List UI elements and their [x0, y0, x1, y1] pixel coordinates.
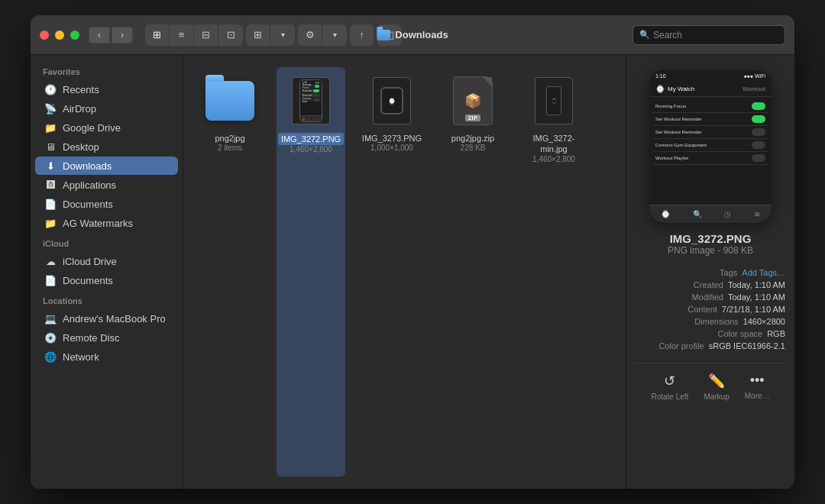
sidebar-item-label: Google Drive: [63, 122, 121, 134]
back-button[interactable]: ‹: [89, 27, 110, 44]
file-name: png2jpg: [215, 133, 244, 144]
search-bar[interactable]: 🔍 Search: [632, 25, 785, 45]
maximize-button[interactable]: [70, 31, 79, 40]
sidebar-item-desktop[interactable]: 🖥 Desktop: [35, 137, 178, 156]
preview-actions: ↺ Rotate Left ✏️ Markup ••• More…: [636, 373, 785, 401]
main-content: Favorites 🕐 Recents 📡 AirDrop 📁 Google D…: [31, 55, 794, 489]
sidebar-item-google-drive[interactable]: 📁 Google Drive: [35, 118, 178, 137]
window-title: Downloads: [395, 29, 448, 40]
titlebar-title: Downloads: [377, 29, 448, 40]
sidebar-item-label: Documents: [63, 199, 113, 210]
recents-icon: 🕐: [44, 83, 57, 95]
view-gallery-button[interactable]: ⊡: [218, 24, 243, 46]
phone-content: Running Focus Set Workout Reminder Set W…: [649, 97, 772, 205]
tab-face-gallery: ◷: [724, 210, 731, 218]
workout-row-3: Set Workout Reminder: [652, 126, 768, 139]
forward-button[interactable]: ›: [112, 27, 133, 44]
workout-row-5: Workout Playlist: [652, 152, 768, 165]
modified-value: Today, 1:10 AM: [728, 292, 785, 302]
sidebar-item-label: Andrew's MacBook Pro: [63, 313, 166, 325]
rotate-left-label: Rotate Left: [651, 393, 688, 401]
minimize-button[interactable]: [55, 31, 64, 40]
action-group: ⚙ ▾: [298, 24, 347, 46]
rotate-left-button[interactable]: ↺ Rotate Left: [651, 373, 688, 401]
folder-icon: [205, 81, 254, 121]
file-item-png2jpg-zip[interactable]: 📦 ZIP png2jpg.zip 228 KB: [438, 67, 507, 477]
phone-header: ⌚ My Watch Workout: [649, 82, 772, 97]
applications-icon: 🅰: [44, 179, 57, 191]
file-item-img3273[interactable]: ⌚ IMG_3273.PNG 1,000×1,000: [358, 67, 426, 477]
workout-label-5: Workout Playlist: [655, 156, 688, 160]
file-sublabel: 228 KB: [461, 144, 486, 152]
preview-metadata: Tags Add Tags… Created Today, 1:10 AM Mo…: [636, 268, 785, 354]
share-button[interactable]: ↑: [350, 24, 374, 46]
group-chevron[interactable]: ▾: [270, 24, 295, 46]
phone-screen: 1:10 ●●● WiFi ⌚ My Watch Workout Running…: [649, 70, 772, 223]
view-toggle-group: ⊞ ≡ ⊟ ⊡: [145, 24, 243, 46]
phone-header-right: Workout: [742, 86, 765, 92]
sidebar-item-airdrop[interactable]: 📡 AirDrop: [35, 99, 178, 118]
remote-disc-icon: 💿: [44, 331, 57, 344]
tags-value[interactable]: Add Tags…: [742, 268, 785, 277]
markup-button[interactable]: ✏️ Markup: [704, 373, 729, 401]
google-drive-icon: 📁: [44, 121, 57, 134]
sidebar-item-label: Documents: [63, 275, 113, 286]
file-item-png2jpg-folder[interactable]: png2jpg 2 items: [196, 67, 264, 477]
sidebar-item-ag-watermarks[interactable]: 📁 AG Watermarks: [35, 214, 178, 232]
action-button[interactable]: ⚙: [298, 24, 322, 46]
toggle-2: [752, 115, 765, 123]
files-grid: png2jpg 2 items 1:10●●● Runn: [183, 55, 626, 489]
sidebar-item-macbook[interactable]: 💻 Andrew's MacBook Pro: [35, 309, 178, 328]
icloud-documents-icon: 📄: [44, 274, 57, 286]
icloud-drive-icon: ☁: [44, 255, 57, 267]
toggle-1: [752, 102, 765, 110]
traffic-lights: [40, 31, 79, 40]
sidebar-item-icloud-drive[interactable]: ☁ iCloud Drive: [35, 252, 178, 270]
meta-created: Created Today, 1:10 AM: [636, 280, 785, 289]
macbook-icon: 💻: [44, 312, 57, 325]
preview-filename: IMG_3272.PNG: [670, 232, 752, 245]
favorites-label: Favorites: [31, 61, 183, 79]
view-list-button[interactable]: ≡: [170, 24, 194, 46]
sidebar-item-documents[interactable]: 📄 Documents: [35, 195, 178, 213]
workout-label-3: Set Workout Reminder: [655, 130, 702, 134]
preview-filetype: PNG image - 908 KB: [668, 245, 753, 256]
desktop-icon: 🖥: [44, 141, 57, 153]
color-space-label: Color space: [701, 329, 762, 338]
view-group-button: ⊞ ▾: [246, 24, 295, 46]
file-name: png2jpg.zip: [451, 133, 494, 144]
watch-thumbnail: ⌚: [364, 73, 419, 128]
group-button[interactable]: ⊞: [246, 24, 270, 46]
phone-time: 1:10: [655, 73, 666, 79]
sidebar-item-applications[interactable]: 🅰 Applications: [35, 176, 178, 194]
markup-label: Markup: [704, 393, 729, 401]
search-placeholder: Search: [653, 30, 682, 40]
view-icon-button[interactable]: ⊞: [145, 24, 170, 46]
file-item-img3272-min[interactable]: 📱 IMG_3272-min.jpg 1,460×2,800: [519, 67, 588, 477]
sidebar: Favorites 🕐 Recents 📡 AirDrop 📁 Google D…: [31, 55, 183, 489]
view-columns-button[interactable]: ⊟: [194, 24, 218, 46]
sidebar-item-network[interactable]: 🌐 Network: [35, 347, 178, 366]
file-name: IMG_3272.PNG: [278, 133, 344, 145]
content-value: 7/21/18, 1:10 AM: [722, 305, 785, 314]
meta-dimensions: Dimensions 1460×2800: [636, 317, 785, 326]
workout-label-2: Set Workout Reminder: [655, 117, 702, 121]
created-label: Created: [662, 280, 723, 289]
sidebar-item-recents[interactable]: 🕐 Recents: [35, 80, 178, 99]
close-button[interactable]: [40, 31, 49, 40]
downloads-icon: ⬇: [44, 160, 57, 172]
meta-content: Content 7/21/18, 1:10 AM: [636, 305, 785, 314]
rotate-left-icon: ↺: [664, 373, 675, 389]
action-chevron[interactable]: ▾: [322, 24, 347, 46]
sidebar-item-remote-disc[interactable]: 💿 Remote Disc: [35, 328, 178, 347]
preview-panel: 1:10 ●●● WiFi ⌚ My Watch Workout Running…: [626, 55, 794, 489]
sidebar-item-downloads[interactable]: ⬇ Downloads: [35, 157, 178, 175]
zip-thumbnail: 📦 ZIP: [445, 73, 500, 128]
meta-color-space: Color space RGB: [636, 329, 785, 338]
meta-tags: Tags Add Tags…: [636, 268, 785, 277]
markup-icon: ✏️: [708, 373, 725, 389]
color-space-value: RGB: [767, 329, 785, 338]
more-button[interactable]: ••• More…: [745, 373, 770, 401]
sidebar-item-icloud-documents[interactable]: 📄 Documents: [35, 271, 178, 289]
file-item-img3272[interactable]: 1:10●●● Running Focus Reminder: [277, 67, 345, 477]
